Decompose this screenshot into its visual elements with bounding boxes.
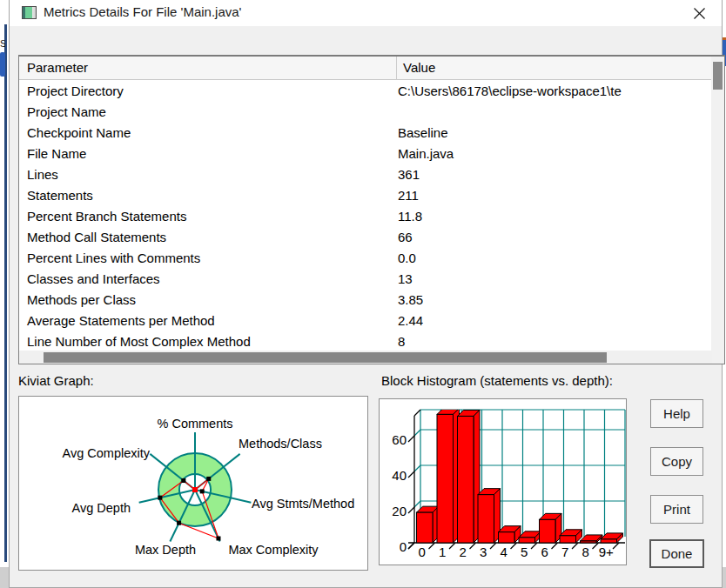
value-cell: 2.44 [398, 311, 423, 331]
value-cell: 3.85 [398, 290, 423, 311]
copy-button[interactable]: Copy [650, 447, 703, 476]
kiviat-axis-label: % Comments [157, 417, 232, 431]
done-button[interactable]: Done [649, 539, 704, 568]
value-cell: 8 [398, 331, 405, 351]
param-cell: Line Number of Most Complex Method [27, 331, 251, 351]
kiviat-chart: % CommentsMethods/ClassAvg Stmts/MethodM… [19, 397, 367, 570]
table-row[interactable]: Line Number of Most Complex Method8 [19, 331, 712, 351]
param-header-cell[interactable]: Parameter [27, 60, 88, 75]
value-cell: Baseline [398, 123, 448, 144]
table-row[interactable]: Average Statements per Method2.44 [19, 311, 712, 331]
histogram-xtick-label: 6 [541, 545, 548, 559]
histogram-ytick-label: 0 [400, 539, 407, 554]
param-cell: Method Call Statements [27, 227, 166, 248]
close-icon [693, 7, 706, 20]
param-cell: Lines [27, 164, 58, 185]
background-left-strip: S [0, 0, 9, 588]
table-body: Project DirectoryC:\Users\86178\eclipse-… [19, 81, 712, 351]
value-cell: 361 [398, 164, 420, 185]
kiviat-axis-label: Max Depth [135, 543, 196, 557]
kiviat-graph-label: Kiviat Graph: [18, 373, 94, 388]
close-button[interactable] [685, 3, 713, 23]
histogram-xtick-label: 7 [561, 545, 568, 559]
table-row[interactable]: File NameMain.java [19, 144, 712, 164]
value-cell: 0.0 [398, 248, 416, 269]
header-divider[interactable] [396, 57, 397, 80]
histogram-xtick-label: 0 [419, 545, 426, 559]
table-row[interactable]: Method Call Statements66 [19, 227, 712, 248]
histogram-xtick-label: 4 [501, 545, 508, 559]
table-row[interactable]: Project DirectoryC:\Users\86178\eclipse-… [19, 81, 712, 102]
table-header: Parameter Value [19, 57, 724, 80]
table-row[interactable]: Project Name [19, 102, 712, 123]
metrics-details-dialog: Metrics Details For File 'Main.java' Par… [9, 0, 723, 588]
background-letter: S [0, 38, 5, 49]
histogram-chart: 02040600123456789+ [380, 399, 626, 565]
background-bottom [0, 567, 9, 588]
value-header-cell[interactable]: Value [403, 60, 435, 75]
background-icon-fragment [0, 52, 5, 77]
param-cell: Project Name [27, 102, 106, 123]
table-row[interactable]: Checkpoint NameBaseline [19, 123, 712, 144]
histogram-ytick-label: 60 [392, 432, 407, 447]
param-cell: File Name [27, 144, 86, 164]
window-title: Metrics Details For File 'Main.java' [44, 4, 241, 19]
table-row[interactable]: Classes and Interfaces13 [19, 269, 712, 290]
table-row[interactable]: Percent Lines with Comments0.0 [19, 248, 712, 269]
histogram-ytick-label: 40 [392, 468, 407, 483]
kiviat-axis-label: Avg Depth [72, 501, 131, 515]
histogram-xtick-label: 5 [521, 545, 528, 559]
print-button[interactable]: Print [650, 495, 703, 524]
vertical-scrollbar-thumb[interactable] [713, 62, 723, 90]
table-row[interactable]: Lines361 [19, 164, 712, 185]
histogram-xtick-label: 9+ [599, 545, 614, 559]
table-row[interactable]: Statements211 [19, 185, 712, 206]
vertical-scrollbar[interactable] [711, 57, 724, 364]
histogram-xtick-label: 1 [439, 545, 446, 559]
histogram-xtick-label: 2 [460, 545, 467, 559]
kiviat-axis-label: Avg Stmts/Method [252, 497, 354, 511]
kiviat-graph-panel: % CommentsMethods/ClassAvg Stmts/MethodM… [18, 396, 368, 571]
value-cell: 13 [398, 269, 413, 290]
button-column: HelpCopyPrintDone [650, 399, 704, 570]
title-bar: Metrics Details For File 'Main.java' [10, 0, 722, 26]
metrics-table: Parameter Value Project DirectoryC:\User… [18, 55, 725, 364]
param-cell: Methods per Class [27, 290, 136, 311]
param-cell: Statements [27, 185, 93, 206]
horizontal-scrollbar[interactable] [19, 351, 712, 364]
histogram-panel: 02040600123456789+ [379, 398, 627, 565]
screen: S Metrics Details For File 'Main.java' P… [0, 0, 726, 588]
param-cell: Percent Branch Statements [27, 206, 186, 227]
histogram-ytick-label: 20 [392, 504, 407, 518]
kiviat-axis-label: Avg Complexity [63, 446, 151, 460]
table-row[interactable]: Percent Branch Statements11.8 [19, 206, 712, 227]
param-cell: Project Directory [27, 81, 124, 102]
app-icon [22, 6, 37, 19]
kiviat-axis-label: Methods/Class [239, 437, 322, 451]
horizontal-scrollbar-thumb[interactable] [44, 352, 607, 363]
param-cell: Percent Lines with Comments [27, 248, 200, 269]
value-cell: Main.java [398, 144, 454, 164]
kiviat-axis-label: Max Complexity [228, 543, 319, 557]
param-cell: Classes and Interfaces [27, 269, 160, 290]
histogram-xtick-label: 8 [582, 545, 589, 559]
param-cell: Checkpoint Name [27, 123, 131, 144]
help-button[interactable]: Help [650, 399, 703, 428]
value-cell: C:\Users\86178\eclipse-workspace1\te [398, 81, 622, 102]
histogram-xtick-label: 3 [480, 545, 487, 559]
value-cell: 211 [398, 185, 419, 206]
value-cell: 11.8 [398, 206, 422, 227]
histogram-label: Block Histogram (statements vs. depth): [381, 373, 613, 388]
value-cell: 66 [398, 227, 413, 248]
background-window-edge [4, 24, 7, 562]
param-cell: Average Statements per Method [27, 311, 215, 331]
table-row[interactable]: Methods per Class3.85 [19, 290, 712, 311]
